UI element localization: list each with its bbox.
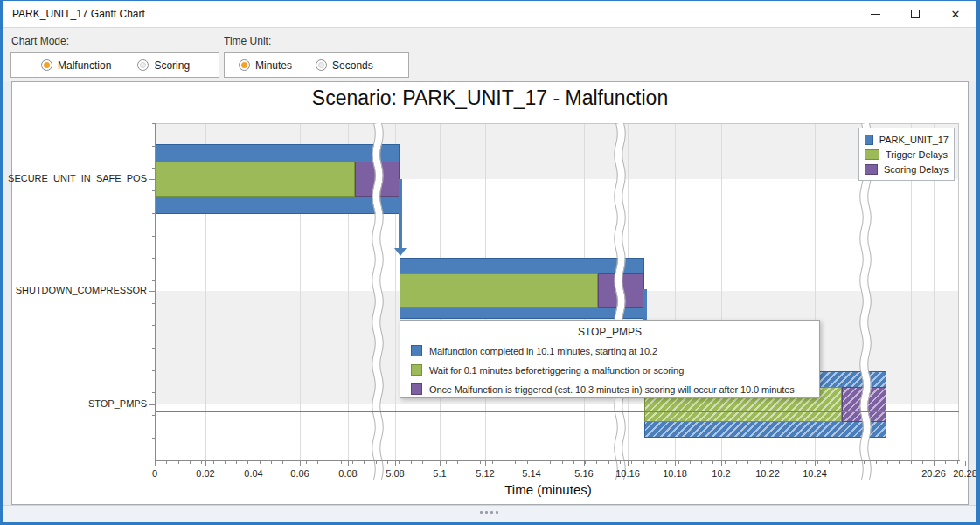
- legend-label: Trigger Delays: [886, 149, 948, 160]
- toolbar: Chart Mode: MalfunctionScoring Time Unit…: [3, 27, 976, 81]
- radio-option-scoring[interactable]: Scoring: [137, 59, 190, 72]
- chart-mode-group: MalfunctionScoring: [10, 52, 219, 78]
- tooltip-line-text: Wait for 0.1 minutes beforetriggering a …: [429, 365, 684, 376]
- splitter-dot: [490, 511, 493, 514]
- chart-panel: [11, 81, 969, 505]
- radio-selected-dot: [241, 62, 247, 68]
- window-border-right[interactable]: [976, 0, 980, 525]
- title-bar[interactable]: PARK_UNIT_17 Gantt Chart ✕: [3, 1, 976, 27]
- minimize-button[interactable]: [855, 1, 895, 27]
- radio-selected-dot: [44, 62, 50, 68]
- tooltip-lines: Malfunction completed in 10.1 minutes, s…: [400, 344, 819, 396]
- window-border-top: [0, 0, 980, 1]
- radio-label: Minutes: [255, 59, 292, 72]
- close-button[interactable]: ✕: [935, 1, 976, 27]
- time-unit-label: Time Unit:: [224, 35, 271, 47]
- legend-item-trigger: Trigger Delays: [865, 147, 949, 162]
- radio-option-malfunction[interactable]: Malfunction: [41, 59, 111, 72]
- chart-mode-label: Chart Mode:: [11, 35, 69, 47]
- tooltip-line-scoring: Once Malfunction is triggered (est. 10.3…: [411, 383, 819, 396]
- legend-label: PARK_UNIT_17: [879, 135, 949, 145]
- radio-option-seconds[interactable]: Seconds: [316, 59, 373, 72]
- radio-icon: [41, 59, 52, 71]
- radio-unselected-dot: [318, 62, 324, 68]
- tooltip-swatch-trigger: [411, 364, 422, 376]
- radio-label: Seconds: [332, 59, 373, 72]
- chart-title: Scenario: PARK_UNIT_17 - Malfunction: [11, 86, 969, 110]
- legend: PARK_UNIT_17Trigger DelaysScoring Delays: [858, 128, 955, 181]
- radio-unselected-dot: [140, 62, 146, 68]
- splitter-dots-icon: [480, 511, 498, 514]
- radio-icon: [137, 59, 149, 71]
- tooltip-line-text: Malfunction completed in 10.1 minutes, s…: [429, 346, 657, 356]
- splitter-dot: [480, 511, 483, 514]
- minimize-icon: [871, 14, 880, 15]
- splitter-handle[interactable]: [3, 505, 976, 522]
- app-window: PARK_UNIT_17 Gantt Chart ✕ Chart Mode: M…: [0, 0, 980, 525]
- legend-item-task: PARK_UNIT_17: [865, 132, 949, 147]
- splitter-dot: [485, 511, 488, 514]
- maximize-icon: [911, 10, 920, 18]
- tooltip-line-trigger: Wait for 0.1 minutes beforetriggering a …: [411, 363, 819, 376]
- window-title: PARK_UNIT_17 Gantt Chart: [12, 8, 145, 20]
- legend-label: Scoring Delays: [884, 164, 949, 175]
- tooltip: STOP_PMPS Malfunction completed in 10.1 …: [400, 320, 820, 398]
- radio-icon: [316, 59, 327, 71]
- time-unit-group: MinutesSeconds: [224, 52, 409, 78]
- legend-swatch-scoring: [865, 164, 878, 175]
- window-controls: ✕: [855, 1, 976, 27]
- legend-swatch-trigger: [865, 149, 879, 160]
- maximize-button[interactable]: [895, 1, 935, 27]
- x-axis-label: Time (minutes): [155, 482, 942, 497]
- radio-icon: [239, 59, 250, 71]
- tooltip-title: STOP_PMPS: [400, 326, 819, 338]
- legend-swatch-task: [865, 135, 873, 145]
- tooltip-line-task: Malfunction completed in 10.1 minutes, s…: [411, 344, 819, 357]
- radio-label: Scoring: [154, 59, 190, 72]
- splitter-dot: [496, 511, 498, 514]
- tooltip-swatch-scoring: [411, 383, 422, 395]
- close-icon: ✕: [951, 9, 961, 20]
- radio-option-minutes[interactable]: Minutes: [239, 59, 292, 72]
- window-border-bottom[interactable]: [0, 522, 980, 525]
- tooltip-line-text: Once Malfunction is triggered (est. 10.3…: [429, 384, 795, 395]
- legend-item-scoring: Scoring Delays: [865, 162, 949, 176]
- window-border-left: [0, 0, 3, 525]
- radio-label: Malfunction: [58, 59, 111, 72]
- tooltip-swatch-task: [411, 345, 422, 356]
